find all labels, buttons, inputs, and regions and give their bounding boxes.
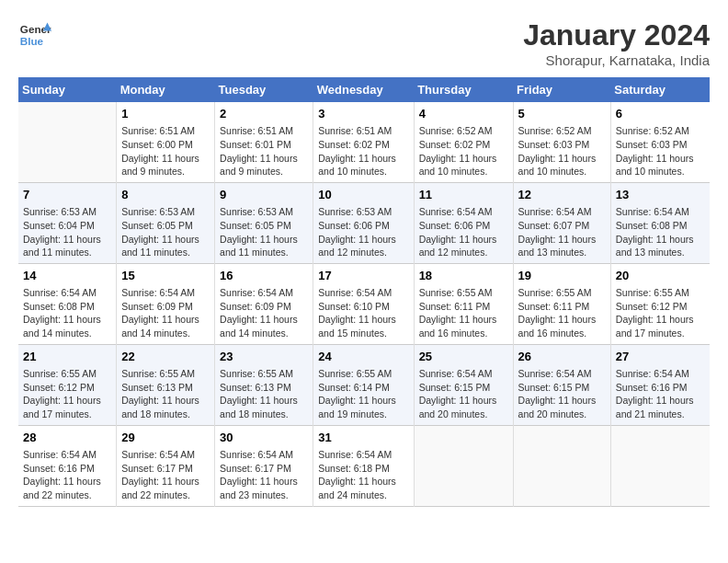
day-info: Sunrise: 6:52 AM Sunset: 6:02 PM Dayligh… [419, 124, 508, 178]
day-info: Sunrise: 6:54 AM Sunset: 6:07 PM Dayligh… [518, 205, 606, 259]
column-header-friday: Friday [513, 77, 610, 102]
day-info: Sunrise: 6:51 AM Sunset: 6:01 PM Dayligh… [220, 124, 308, 178]
day-info: Sunrise: 6:53 AM Sunset: 6:05 PM Dayligh… [220, 205, 308, 259]
calendar-cell [610, 425, 710, 506]
day-number: 10 [318, 187, 408, 203]
calendar-cell: 27Sunrise: 6:54 AM Sunset: 6:16 PM Dayli… [610, 344, 710, 425]
day-info: Sunrise: 6:55 AM Sunset: 6:11 PM Dayligh… [518, 286, 606, 340]
logo-icon: General Blue [18, 18, 51, 52]
page-header: General Blue January 2024 Shorapur, Karn… [18, 18, 710, 68]
calendar-cell: 8Sunrise: 6:53 AM Sunset: 6:05 PM Daylig… [117, 182, 215, 263]
calendar-cell: 30Sunrise: 6:54 AM Sunset: 6:17 PM Dayli… [215, 425, 313, 506]
day-info: Sunrise: 6:54 AM Sunset: 6:16 PM Dayligh… [23, 448, 111, 502]
calendar-cell [18, 102, 117, 182]
day-number: 13 [616, 187, 705, 203]
calendar-cell: 31Sunrise: 6:54 AM Sunset: 6:18 PM Dayli… [313, 425, 414, 506]
calendar-cell: 5Sunrise: 6:52 AM Sunset: 6:03 PM Daylig… [513, 102, 610, 182]
calendar-cell: 26Sunrise: 6:54 AM Sunset: 6:15 PM Dayli… [513, 344, 610, 425]
day-info: Sunrise: 6:54 AM Sunset: 6:08 PM Dayligh… [616, 205, 705, 259]
calendar-table: SundayMondayTuesdayWednesdayThursdayFrid… [18, 77, 710, 507]
day-info: Sunrise: 6:54 AM Sunset: 6:06 PM Dayligh… [419, 205, 508, 259]
day-info: Sunrise: 6:51 AM Sunset: 6:02 PM Dayligh… [318, 124, 408, 178]
day-number: 30 [220, 430, 308, 446]
calendar-cell: 1Sunrise: 6:51 AM Sunset: 6:00 PM Daylig… [117, 102, 215, 182]
day-info: Sunrise: 6:55 AM Sunset: 6:12 PM Dayligh… [616, 286, 705, 340]
day-number: 31 [318, 430, 408, 446]
day-info: Sunrise: 6:54 AM Sunset: 6:17 PM Dayligh… [220, 448, 308, 502]
column-header-monday: Monday [117, 77, 215, 102]
day-number: 6 [616, 106, 705, 122]
calendar-cell: 15Sunrise: 6:54 AM Sunset: 6:09 PM Dayli… [117, 263, 215, 344]
day-number: 19 [518, 268, 606, 284]
day-number: 8 [121, 187, 210, 203]
day-number: 23 [220, 349, 308, 365]
day-info: Sunrise: 6:55 AM Sunset: 6:13 PM Dayligh… [220, 367, 308, 421]
calendar-cell: 3Sunrise: 6:51 AM Sunset: 6:02 PM Daylig… [313, 102, 414, 182]
column-header-wednesday: Wednesday [313, 77, 414, 102]
calendar-cell: 12Sunrise: 6:54 AM Sunset: 6:07 PM Dayli… [513, 182, 610, 263]
day-number: 16 [220, 268, 308, 284]
day-info: Sunrise: 6:54 AM Sunset: 6:15 PM Dayligh… [518, 367, 606, 421]
calendar-cell: 28Sunrise: 6:54 AM Sunset: 6:16 PM Dayli… [18, 425, 117, 506]
calendar-cell: 19Sunrise: 6:55 AM Sunset: 6:11 PM Dayli… [513, 263, 610, 344]
calendar-cell: 4Sunrise: 6:52 AM Sunset: 6:02 PM Daylig… [414, 102, 513, 182]
day-number: 1 [121, 106, 210, 122]
day-number: 28 [23, 430, 111, 446]
day-info: Sunrise: 6:54 AM Sunset: 6:09 PM Dayligh… [121, 286, 210, 340]
month-title: January 2024 [523, 18, 710, 52]
day-number: 17 [318, 268, 408, 284]
calendar-cell: 17Sunrise: 6:54 AM Sunset: 6:10 PM Dayli… [313, 263, 414, 344]
calendar-week-4: 21Sunrise: 6:55 AM Sunset: 6:12 PM Dayli… [18, 344, 710, 425]
calendar-cell: 13Sunrise: 6:54 AM Sunset: 6:08 PM Dayli… [610, 182, 710, 263]
calendar-cell: 20Sunrise: 6:55 AM Sunset: 6:12 PM Dayli… [610, 263, 710, 344]
calendar-cell: 6Sunrise: 6:52 AM Sunset: 6:03 PM Daylig… [610, 102, 710, 182]
day-info: Sunrise: 6:52 AM Sunset: 6:03 PM Dayligh… [518, 124, 606, 178]
day-number: 7 [23, 187, 111, 203]
day-number: 3 [318, 106, 408, 122]
calendar-cell: 7Sunrise: 6:53 AM Sunset: 6:04 PM Daylig… [18, 182, 117, 263]
calendar-header-row: SundayMondayTuesdayWednesdayThursdayFrid… [18, 77, 710, 102]
calendar-week-1: 1Sunrise: 6:51 AM Sunset: 6:00 PM Daylig… [18, 102, 710, 182]
svg-text:Blue: Blue [20, 35, 44, 47]
calendar-cell: 14Sunrise: 6:54 AM Sunset: 6:08 PM Dayli… [18, 263, 117, 344]
calendar-cell: 16Sunrise: 6:54 AM Sunset: 6:09 PM Dayli… [215, 263, 313, 344]
day-info: Sunrise: 6:51 AM Sunset: 6:00 PM Dayligh… [121, 124, 210, 178]
logo: General Blue [18, 18, 51, 52]
calendar-week-3: 14Sunrise: 6:54 AM Sunset: 6:08 PM Dayli… [18, 263, 710, 344]
day-number: 21 [23, 349, 111, 365]
day-info: Sunrise: 6:55 AM Sunset: 6:13 PM Dayligh… [121, 367, 210, 421]
day-info: Sunrise: 6:54 AM Sunset: 6:17 PM Dayligh… [121, 448, 210, 502]
day-info: Sunrise: 6:54 AM Sunset: 6:10 PM Dayligh… [318, 286, 408, 340]
day-info: Sunrise: 6:53 AM Sunset: 6:06 PM Dayligh… [318, 205, 408, 259]
calendar-body: 1Sunrise: 6:51 AM Sunset: 6:00 PM Daylig… [18, 102, 710, 506]
day-info: Sunrise: 6:54 AM Sunset: 6:09 PM Dayligh… [220, 286, 308, 340]
day-number: 14 [23, 268, 111, 284]
calendar-cell: 18Sunrise: 6:55 AM Sunset: 6:11 PM Dayli… [414, 263, 513, 344]
column-header-thursday: Thursday [414, 77, 513, 102]
location-subtitle: Shorapur, Karnataka, India [523, 52, 710, 68]
day-number: 26 [518, 349, 606, 365]
day-info: Sunrise: 6:53 AM Sunset: 6:05 PM Dayligh… [121, 205, 210, 259]
calendar-week-5: 28Sunrise: 6:54 AM Sunset: 6:16 PM Dayli… [18, 425, 710, 506]
day-info: Sunrise: 6:54 AM Sunset: 6:15 PM Dayligh… [419, 367, 508, 421]
calendar-cell: 2Sunrise: 6:51 AM Sunset: 6:01 PM Daylig… [215, 102, 313, 182]
calendar-cell: 25Sunrise: 6:54 AM Sunset: 6:15 PM Dayli… [414, 344, 513, 425]
calendar-cell: 21Sunrise: 6:55 AM Sunset: 6:12 PM Dayli… [18, 344, 117, 425]
calendar-cell: 24Sunrise: 6:55 AM Sunset: 6:14 PM Dayli… [313, 344, 414, 425]
calendar-cell [513, 425, 610, 506]
column-header-saturday: Saturday [610, 77, 710, 102]
calendar-cell: 29Sunrise: 6:54 AM Sunset: 6:17 PM Dayli… [117, 425, 215, 506]
day-number: 25 [419, 349, 508, 365]
day-number: 20 [616, 268, 705, 284]
day-info: Sunrise: 6:55 AM Sunset: 6:14 PM Dayligh… [318, 367, 408, 421]
day-number: 4 [419, 106, 508, 122]
day-number: 12 [518, 187, 606, 203]
calendar-cell: 11Sunrise: 6:54 AM Sunset: 6:06 PM Dayli… [414, 182, 513, 263]
day-number: 11 [419, 187, 508, 203]
day-info: Sunrise: 6:54 AM Sunset: 6:18 PM Dayligh… [318, 448, 408, 502]
day-info: Sunrise: 6:54 AM Sunset: 6:16 PM Dayligh… [616, 367, 705, 421]
day-info: Sunrise: 6:53 AM Sunset: 6:04 PM Dayligh… [23, 205, 111, 259]
day-info: Sunrise: 6:55 AM Sunset: 6:12 PM Dayligh… [23, 367, 111, 421]
column-header-sunday: Sunday [18, 77, 117, 102]
day-info: Sunrise: 6:55 AM Sunset: 6:11 PM Dayligh… [419, 286, 508, 340]
